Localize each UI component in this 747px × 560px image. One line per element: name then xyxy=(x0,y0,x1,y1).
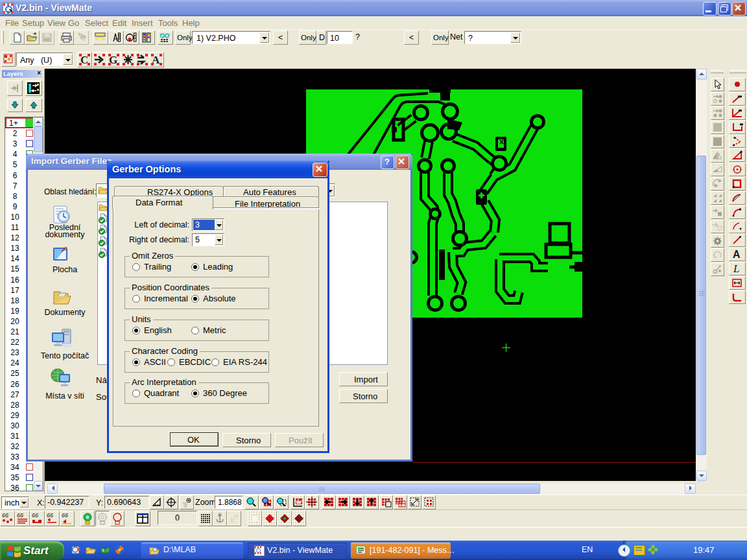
svg-text:66: 66 xyxy=(62,512,68,519)
svg-text:66: 66 xyxy=(47,512,53,519)
svg-text:66: 66 xyxy=(32,512,38,519)
svg-text:A: A xyxy=(733,249,741,260)
svg-text:66: 66 xyxy=(2,512,8,519)
svg-text:66: 66 xyxy=(17,512,23,519)
svg-text:L: L xyxy=(733,262,739,275)
svg-text:?: ? xyxy=(82,34,86,42)
